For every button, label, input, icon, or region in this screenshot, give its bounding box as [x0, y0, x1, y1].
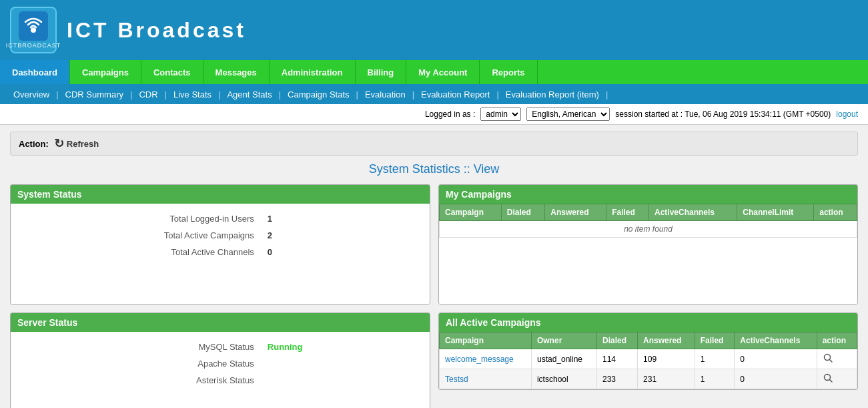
- right-column: My Campaigns Campaign Dialed Answered Fa…: [438, 184, 858, 408]
- table-row: welcome_message ustad_online 114 109 1 0: [440, 349, 857, 369]
- svg-point-1: [31, 27, 36, 33]
- subnav-cdr-summary[interactable]: CDR Summary: [59, 89, 130, 99]
- campaign-answered-1: 109: [638, 349, 695, 369]
- username-select[interactable]: admin: [480, 108, 521, 121]
- server-status-header: Server Status: [11, 313, 430, 332]
- refresh-icon: ↻: [54, 136, 64, 151]
- subnav-campaign-stats[interactable]: Campaign Stats: [281, 89, 356, 99]
- system-status-body: Total Logged-in Users 1 Total Active Cam…: [11, 204, 430, 304]
- table-header-row: Campaign Dialed Answered Failed ActiveCh…: [440, 204, 857, 221]
- campaign-dialed-1: 114: [596, 349, 637, 369]
- language-select[interactable]: English, American: [526, 108, 610, 121]
- col-dialed: Dialed: [596, 333, 637, 349]
- session-time: session started at : Tue, 06 Aug 2019 15…: [615, 110, 831, 119]
- col-campaign: Campaign: [440, 204, 502, 221]
- col-failed: Failed: [695, 333, 735, 349]
- all-active-campaigns-body: Campaign Owner Dialed Answered Failed Ac…: [439, 332, 857, 389]
- col-answered: Answered: [545, 204, 606, 221]
- subnav-evaluation[interactable]: Evaluation: [358, 89, 412, 99]
- nav-messages[interactable]: Messages: [203, 60, 270, 84]
- campaign-action-1: [817, 349, 857, 369]
- campaign-active-2: 0: [735, 369, 817, 389]
- logo-text: ICTBROADCAST: [6, 42, 61, 49]
- table-row: Testsd ictschool 233 231 1 0: [440, 369, 857, 389]
- system-status-table: Total Logged-in Users 1 Total Active Cam…: [17, 210, 423, 260]
- campaign-owner-1: ustad_online: [531, 349, 596, 369]
- two-column-layout: System Status Total Logged-in Users 1 To…: [10, 184, 858, 408]
- nav-campaigns[interactable]: Campaigns: [70, 60, 141, 84]
- col-action: action: [814, 204, 857, 221]
- table-row: Total Active Channels 0: [17, 244, 423, 260]
- campaign-link-1[interactable]: welcome_message: [445, 355, 514, 364]
- table-row: Total Logged-in Users 1: [17, 210, 423, 227]
- server-status-panel: Server Status MySQL Status Running Apach…: [10, 313, 430, 408]
- col-channel-limit: ChannelLimit: [737, 204, 814, 221]
- campaign-action-2: [817, 369, 857, 389]
- table-row: no item found: [440, 221, 857, 238]
- site-title: ICT Broadcast: [67, 18, 246, 43]
- nav-administration[interactable]: Administration: [270, 60, 356, 84]
- my-campaigns-panel: My Campaigns Campaign Dialed Answered Fa…: [438, 184, 858, 304]
- subnav-overview[interactable]: Overview: [7, 89, 56, 99]
- campaign-link-2[interactable]: Testsd: [445, 375, 468, 384]
- mysql-label: MySQL Status: [17, 339, 261, 355]
- table-row: Total Active Campaigns 2: [17, 227, 423, 244]
- no-item-text: no item found: [440, 221, 857, 238]
- my-campaigns-header: My Campaigns: [439, 185, 857, 204]
- action-label: Action:: [19, 139, 49, 149]
- table-header-row: Campaign Owner Dialed Answered Failed Ac…: [440, 333, 857, 349]
- subnav-live-stats[interactable]: Live Stats: [167, 89, 218, 99]
- campaign-name-1: welcome_message: [440, 349, 532, 369]
- asterisk-value: [261, 372, 423, 389]
- campaign-failed-2: 1: [695, 369, 735, 389]
- my-campaigns-table: Campaign Dialed Answered Failed ActiveCh…: [439, 204, 857, 238]
- system-status-panel: System Status Total Logged-in Users 1 To…: [10, 184, 430, 304]
- col-failed: Failed: [606, 204, 649, 221]
- server-status-body: MySQL Status Running Apache Status Aster…: [11, 332, 430, 408]
- header: ICTBROADCAST ICT Broadcast: [0, 0, 868, 60]
- all-campaigns-table: Campaign Owner Dialed Answered Failed Ac…: [439, 332, 857, 389]
- asterisk-label: Asterisk Status: [17, 372, 261, 389]
- left-column: System Status Total Logged-in Users 1 To…: [10, 184, 430, 408]
- page-title: System Statistics :: View: [10, 162, 858, 176]
- table-row: Asterisk Status: [17, 372, 423, 389]
- campaign-failed-1: 1: [695, 349, 735, 369]
- nav-reports[interactable]: Reports: [480, 60, 537, 84]
- table-row: MySQL Status Running: [17, 339, 423, 355]
- value-total-campaigns: 2: [261, 227, 423, 244]
- label-total-channels: Total Active Channels: [17, 244, 261, 260]
- table-row: Apache Status: [17, 355, 423, 372]
- campaign-answered-2: 231: [638, 369, 695, 389]
- refresh-label: Refresh: [67, 139, 99, 149]
- subnav-cdr[interactable]: CDR: [132, 89, 164, 99]
- logout-link[interactable]: logout: [836, 110, 858, 119]
- svg-line-3: [829, 360, 832, 363]
- server-status-table: MySQL Status Running Apache Status Aster…: [17, 339, 423, 389]
- search-icon-1[interactable]: [823, 356, 833, 365]
- subnav-eval-report-item[interactable]: Evaluation Report (item): [499, 89, 606, 99]
- system-status-header: System Status: [11, 185, 430, 204]
- nav-contacts[interactable]: Contacts: [141, 60, 203, 84]
- nav-myaccount[interactable]: My Account: [406, 60, 480, 84]
- logged-in-label: Logged in as :: [425, 110, 475, 119]
- col-dialed: Dialed: [501, 204, 545, 221]
- sub-nav: Overview | CDR Summary | CDR | Live Stat…: [0, 84, 868, 104]
- col-campaign: Campaign: [440, 333, 532, 349]
- campaign-active-1: 0: [735, 349, 817, 369]
- subnav-evaluation-report[interactable]: Evaluation Report: [414, 89, 496, 99]
- subnav-agent-stats[interactable]: Agent Stats: [220, 89, 278, 99]
- refresh-button[interactable]: ↻ Refresh: [54, 136, 99, 151]
- col-active-channels: ActiveChannels: [649, 204, 737, 221]
- search-icon-2[interactable]: [823, 376, 833, 385]
- session-bar: Logged in as : admin English, American s…: [0, 104, 868, 125]
- content: Action: ↻ Refresh System Statistics :: V…: [0, 125, 868, 408]
- campaign-owner-2: ictschool: [531, 369, 596, 389]
- nav-dashboard[interactable]: Dashboard: [0, 60, 70, 84]
- value-total-logged: 1: [261, 210, 423, 227]
- mysql-value: Running: [261, 339, 423, 355]
- nav-billing[interactable]: Billing: [356, 60, 407, 84]
- col-active-channels: ActiveChannels: [735, 333, 817, 349]
- main-nav: Dashboard Campaigns Contacts Messages Ad…: [0, 60, 868, 84]
- svg-line-5: [829, 380, 832, 383]
- all-active-campaigns-header: All Active Campaigns: [439, 313, 857, 332]
